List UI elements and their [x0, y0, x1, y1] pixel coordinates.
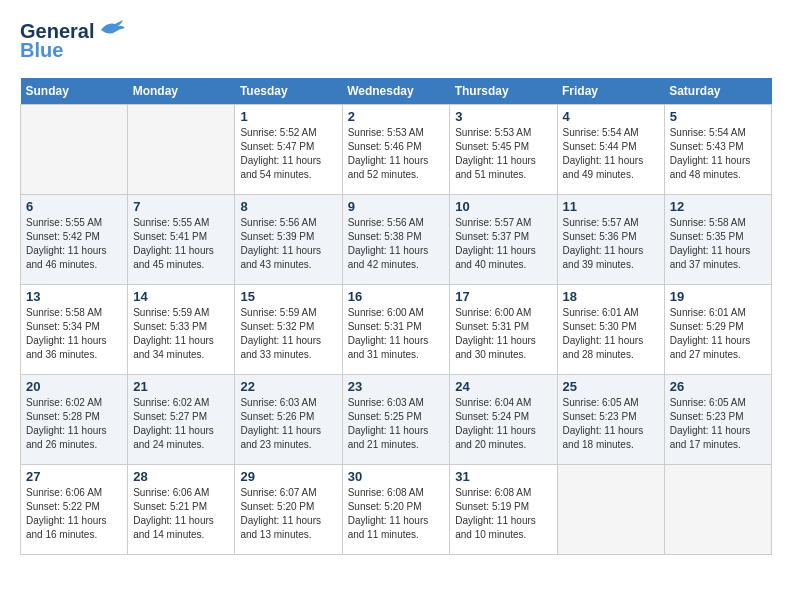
calendar-cell: 22Sunrise: 6:03 AM Sunset: 5:26 PM Dayli… [235, 375, 342, 465]
column-header-friday: Friday [557, 78, 664, 105]
day-number: 13 [26, 289, 122, 304]
day-info: Sunrise: 5:54 AM Sunset: 5:44 PM Dayligh… [563, 126, 659, 182]
day-info: Sunrise: 5:57 AM Sunset: 5:37 PM Dayligh… [455, 216, 551, 272]
day-info: Sunrise: 6:00 AM Sunset: 5:31 PM Dayligh… [455, 306, 551, 362]
day-info: Sunrise: 6:06 AM Sunset: 5:21 PM Dayligh… [133, 486, 229, 542]
calendar-cell: 9Sunrise: 5:56 AM Sunset: 5:38 PM Daylig… [342, 195, 450, 285]
day-info: Sunrise: 5:56 AM Sunset: 5:38 PM Dayligh… [348, 216, 445, 272]
day-info: Sunrise: 5:53 AM Sunset: 5:45 PM Dayligh… [455, 126, 551, 182]
day-number: 24 [455, 379, 551, 394]
calendar-cell: 28Sunrise: 6:06 AM Sunset: 5:21 PM Dayli… [128, 465, 235, 555]
calendar-cell: 29Sunrise: 6:07 AM Sunset: 5:20 PM Dayli… [235, 465, 342, 555]
calendar-cell: 26Sunrise: 6:05 AM Sunset: 5:23 PM Dayli… [664, 375, 771, 465]
calendar-cell: 21Sunrise: 6:02 AM Sunset: 5:27 PM Dayli… [128, 375, 235, 465]
day-number: 18 [563, 289, 659, 304]
day-number: 6 [26, 199, 122, 214]
calendar-cell: 17Sunrise: 6:00 AM Sunset: 5:31 PM Dayli… [450, 285, 557, 375]
calendar-cell: 8Sunrise: 5:56 AM Sunset: 5:39 PM Daylig… [235, 195, 342, 285]
calendar-cell: 24Sunrise: 6:04 AM Sunset: 5:24 PM Dayli… [450, 375, 557, 465]
calendar-cell [21, 105, 128, 195]
day-number: 5 [670, 109, 766, 124]
day-info: Sunrise: 5:53 AM Sunset: 5:46 PM Dayligh… [348, 126, 445, 182]
day-info: Sunrise: 6:02 AM Sunset: 5:27 PM Dayligh… [133, 396, 229, 452]
calendar-cell [557, 465, 664, 555]
day-number: 20 [26, 379, 122, 394]
calendar-cell: 3Sunrise: 5:53 AM Sunset: 5:45 PM Daylig… [450, 105, 557, 195]
calendar-cell: 6Sunrise: 5:55 AM Sunset: 5:42 PM Daylig… [21, 195, 128, 285]
day-info: Sunrise: 5:55 AM Sunset: 5:42 PM Dayligh… [26, 216, 122, 272]
calendar-cell: 23Sunrise: 6:03 AM Sunset: 5:25 PM Dayli… [342, 375, 450, 465]
day-info: Sunrise: 6:03 AM Sunset: 5:25 PM Dayligh… [348, 396, 445, 452]
logo-text-blue: Blue [20, 39, 63, 62]
day-info: Sunrise: 6:05 AM Sunset: 5:23 PM Dayligh… [670, 396, 766, 452]
calendar-cell [128, 105, 235, 195]
day-info: Sunrise: 6:04 AM Sunset: 5:24 PM Dayligh… [455, 396, 551, 452]
calendar-cell: 18Sunrise: 6:01 AM Sunset: 5:30 PM Dayli… [557, 285, 664, 375]
day-number: 8 [240, 199, 336, 214]
day-info: Sunrise: 6:08 AM Sunset: 5:20 PM Dayligh… [348, 486, 445, 542]
day-number: 27 [26, 469, 122, 484]
day-info: Sunrise: 5:59 AM Sunset: 5:33 PM Dayligh… [133, 306, 229, 362]
week-row-2: 6Sunrise: 5:55 AM Sunset: 5:42 PM Daylig… [21, 195, 772, 285]
day-info: Sunrise: 5:56 AM Sunset: 5:39 PM Dayligh… [240, 216, 336, 272]
day-info: Sunrise: 5:54 AM Sunset: 5:43 PM Dayligh… [670, 126, 766, 182]
day-info: Sunrise: 6:02 AM Sunset: 5:28 PM Dayligh… [26, 396, 122, 452]
calendar-cell: 10Sunrise: 5:57 AM Sunset: 5:37 PM Dayli… [450, 195, 557, 285]
logo: General Blue [20, 20, 125, 62]
day-number: 12 [670, 199, 766, 214]
day-info: Sunrise: 6:00 AM Sunset: 5:31 PM Dayligh… [348, 306, 445, 362]
day-info: Sunrise: 5:55 AM Sunset: 5:41 PM Dayligh… [133, 216, 229, 272]
day-number: 19 [670, 289, 766, 304]
week-row-5: 27Sunrise: 6:06 AM Sunset: 5:22 PM Dayli… [21, 465, 772, 555]
calendar-cell: 20Sunrise: 6:02 AM Sunset: 5:28 PM Dayli… [21, 375, 128, 465]
week-row-4: 20Sunrise: 6:02 AM Sunset: 5:28 PM Dayli… [21, 375, 772, 465]
day-info: Sunrise: 5:59 AM Sunset: 5:32 PM Dayligh… [240, 306, 336, 362]
calendar-cell: 1Sunrise: 5:52 AM Sunset: 5:47 PM Daylig… [235, 105, 342, 195]
day-info: Sunrise: 6:08 AM Sunset: 5:19 PM Dayligh… [455, 486, 551, 542]
calendar-cell: 7Sunrise: 5:55 AM Sunset: 5:41 PM Daylig… [128, 195, 235, 285]
day-info: Sunrise: 5:52 AM Sunset: 5:47 PM Dayligh… [240, 126, 336, 182]
day-number: 17 [455, 289, 551, 304]
calendar-cell: 11Sunrise: 5:57 AM Sunset: 5:36 PM Dayli… [557, 195, 664, 285]
column-header-tuesday: Tuesday [235, 78, 342, 105]
calendar-cell: 31Sunrise: 6:08 AM Sunset: 5:19 PM Dayli… [450, 465, 557, 555]
column-header-sunday: Sunday [21, 78, 128, 105]
day-number: 16 [348, 289, 445, 304]
calendar-cell: 5Sunrise: 5:54 AM Sunset: 5:43 PM Daylig… [664, 105, 771, 195]
calendar-cell: 13Sunrise: 5:58 AM Sunset: 5:34 PM Dayli… [21, 285, 128, 375]
calendar-cell: 12Sunrise: 5:58 AM Sunset: 5:35 PM Dayli… [664, 195, 771, 285]
calendar-cell: 19Sunrise: 6:01 AM Sunset: 5:29 PM Dayli… [664, 285, 771, 375]
day-info: Sunrise: 5:57 AM Sunset: 5:36 PM Dayligh… [563, 216, 659, 272]
page-header: General Blue [20, 20, 772, 62]
day-number: 31 [455, 469, 551, 484]
day-number: 1 [240, 109, 336, 124]
day-number: 23 [348, 379, 445, 394]
day-info: Sunrise: 6:01 AM Sunset: 5:29 PM Dayligh… [670, 306, 766, 362]
column-header-monday: Monday [128, 78, 235, 105]
day-number: 2 [348, 109, 445, 124]
day-info: Sunrise: 5:58 AM Sunset: 5:34 PM Dayligh… [26, 306, 122, 362]
calendar-cell: 2Sunrise: 5:53 AM Sunset: 5:46 PM Daylig… [342, 105, 450, 195]
calendar-cell: 30Sunrise: 6:08 AM Sunset: 5:20 PM Dayli… [342, 465, 450, 555]
day-number: 30 [348, 469, 445, 484]
column-header-wednesday: Wednesday [342, 78, 450, 105]
day-info: Sunrise: 6:05 AM Sunset: 5:23 PM Dayligh… [563, 396, 659, 452]
day-info: Sunrise: 6:07 AM Sunset: 5:20 PM Dayligh… [240, 486, 336, 542]
calendar-table: SundayMondayTuesdayWednesdayThursdayFrid… [20, 78, 772, 555]
day-number: 14 [133, 289, 229, 304]
day-number: 4 [563, 109, 659, 124]
logo-bird-icon [97, 20, 125, 40]
calendar-cell: 16Sunrise: 6:00 AM Sunset: 5:31 PM Dayli… [342, 285, 450, 375]
day-number: 25 [563, 379, 659, 394]
day-info: Sunrise: 6:03 AM Sunset: 5:26 PM Dayligh… [240, 396, 336, 452]
day-number: 28 [133, 469, 229, 484]
column-header-saturday: Saturday [664, 78, 771, 105]
day-number: 9 [348, 199, 445, 214]
day-number: 26 [670, 379, 766, 394]
column-header-thursday: Thursday [450, 78, 557, 105]
day-number: 22 [240, 379, 336, 394]
day-number: 7 [133, 199, 229, 214]
day-number: 15 [240, 289, 336, 304]
calendar-cell: 27Sunrise: 6:06 AM Sunset: 5:22 PM Dayli… [21, 465, 128, 555]
day-number: 3 [455, 109, 551, 124]
